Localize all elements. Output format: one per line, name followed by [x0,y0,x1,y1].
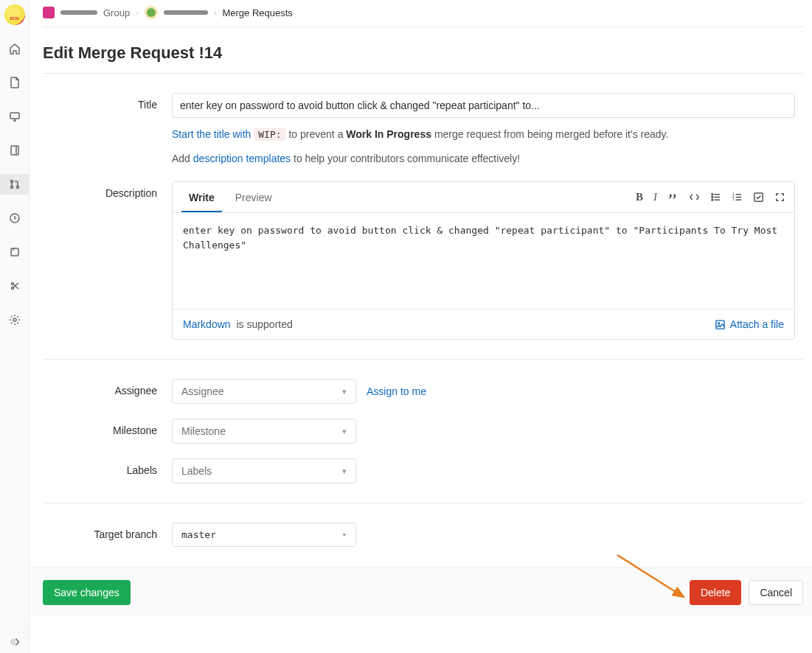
sidebar [0,0,30,653]
wip-hint: Start the title with WIP: to prevent a W… [172,127,795,142]
markdown-hint: Markdown is supported [183,318,293,330]
merge-request-icon[interactable] [0,174,30,195]
target-branch-select[interactable]: master ▾ [172,523,356,547]
monitor-icon[interactable] [0,106,30,127]
scissors-icon[interactable] [0,276,30,296]
chevron-down-icon: ▾ [341,530,347,539]
breadcrumb-group-avatar[interactable] [43,7,55,18]
breadcrumb-group-text[interactable]: Group [103,7,130,18]
bold-icon[interactable]: B [636,191,643,203]
wip-code: WIP: [254,128,285,141]
svg-point-18 [718,322,720,324]
description-textarea[interactable]: enter key on password to avoid button cl… [173,213,794,309]
labels-select[interactable]: Labels ▾ [172,458,356,483]
tab-write[interactable]: Write [181,183,222,212]
breadcrumb: Group › › Merge Requests [43,0,803,27]
description-label: Description [43,181,172,199]
description-templates-link[interactable]: description templates [193,153,291,164]
breadcrumb-project-avatar[interactable] [145,6,158,19]
assignee-select[interactable]: Assignee ▾ [172,379,356,404]
cancel-button[interactable]: Cancel [749,580,803,605]
svg-point-3 [10,186,13,189]
breadcrumb-project-name[interactable] [164,10,208,15]
wip-hint-link[interactable]: Start the title with [172,128,251,140]
package-icon[interactable] [0,242,30,262]
main-content: Group › › Merge Requests Edit Merge Requ… [30,0,812,653]
description-editor: Write Preview B I 123 en [172,181,795,340]
clock-icon[interactable] [0,208,30,228]
milestone-select[interactable]: Milestone ▾ [172,419,356,444]
assignee-label: Assignee [43,379,172,397]
svg-point-12 [712,199,713,200]
breadcrumb-current[interactable]: Merge Requests [222,7,292,18]
milestone-label: Milestone [43,419,172,436]
svg-point-4 [16,186,18,189]
svg-point-9 [13,318,16,321]
svg-rect-6 [11,248,18,256]
svg-rect-0 [10,113,19,119]
bullet-list-icon[interactable] [710,191,721,203]
task-list-icon[interactable] [753,191,764,203]
chevron-down-icon: ▾ [342,427,347,436]
assign-to-me-link[interactable]: Assign to me [367,385,426,397]
target-branch-label: Target branch [43,523,172,540]
attach-file-button[interactable]: Attach a file [715,318,784,330]
template-hint: Add description templates to help your c… [172,151,795,167]
actions-bar: Save changes Delete Cancel [30,568,812,617]
title-input[interactable] [172,93,795,118]
svg-point-2 [10,181,13,183]
quote-icon[interactable] [667,191,679,203]
title-label: Title [43,93,172,111]
divider [43,73,803,74]
svg-point-7 [11,283,13,285]
chevron-down-icon: ▾ [342,467,347,476]
svg-point-10 [712,194,713,195]
chevron-right-icon: › [136,8,139,17]
settings-icon[interactable] [0,310,30,330]
file-icon[interactable] [0,72,30,93]
italic-icon[interactable]: I [653,191,657,203]
svg-text:3: 3 [732,198,735,201]
save-changes-button[interactable]: Save changes [43,580,131,605]
home-icon[interactable] [0,38,30,59]
chevron-right-icon: › [214,8,217,17]
breadcrumb-group-name[interactable] [60,10,97,15]
tab-preview[interactable]: Preview [228,183,280,212]
markdown-link[interactable]: Markdown [183,318,231,330]
code-icon[interactable] [689,191,700,203]
divider [43,503,803,503]
labels-label: Labels [43,458,172,476]
page-title: Edit Merge Request !14 [43,43,803,63]
svg-point-11 [712,197,713,198]
svg-point-8 [11,287,13,290]
fullscreen-icon[interactable] [774,191,785,203]
svg-rect-1 [11,146,18,155]
project-logo[interactable] [4,4,25,25]
divider [43,359,803,360]
numbered-list-icon[interactable]: 123 [732,191,743,203]
collapse-sidebar-icon[interactable] [0,632,30,647]
tablet-icon[interactable] [0,140,30,161]
delete-button[interactable]: Delete [690,580,741,605]
chevron-down-icon: ▾ [342,387,347,397]
